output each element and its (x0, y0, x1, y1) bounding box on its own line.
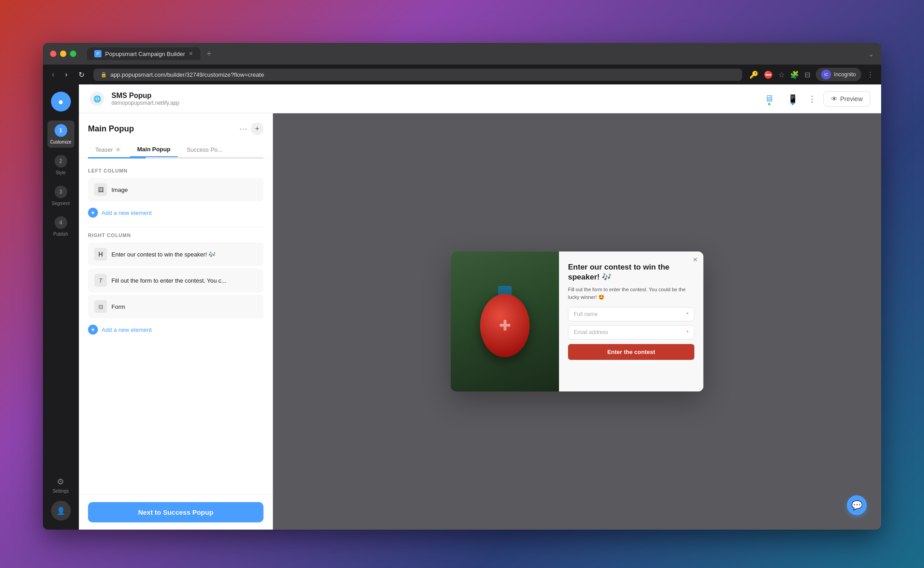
full-name-placeholder: Full name (574, 311, 598, 317)
user-icon: 👤 (56, 507, 65, 515)
element-text[interactable]: T Fill out the form to enter the contest… (88, 269, 263, 292)
sidebar-item-publish[interactable]: 4 Publish (47, 213, 74, 240)
panel-actions: ⋯ + (239, 122, 263, 135)
maximize-button[interactable] (70, 51, 76, 57)
teaser-tab-label: Teaser (95, 146, 113, 153)
form-element-label: Form (111, 303, 125, 310)
extension-icon[interactable]: 🧩 (790, 70, 799, 79)
no-image-icon[interactable]: ⛔ (764, 70, 773, 79)
customize-label: Customize (50, 140, 71, 144)
tab-teaser[interactable]: Teaser 👁 (88, 142, 128, 157)
sidebar-item-style[interactable]: 2 Style (47, 151, 74, 178)
speaker-cross-icon: ✚ (499, 317, 511, 334)
element-heading[interactable]: H Enter our contest to win the speaker! … (88, 242, 263, 266)
form-element-icon: ⊟ (94, 300, 107, 313)
image-element-label: Image (111, 186, 128, 193)
desktop-view-button[interactable]: 🖥 (761, 91, 777, 107)
campaign-url: demopopupsmart.netlify.app (111, 100, 754, 106)
header-more-button[interactable]: ⋮ (808, 94, 816, 104)
app-header: 🌐 SMS Popup demopopupsmart.netlify.app 🖥… (79, 84, 881, 113)
new-tab-button[interactable]: + (204, 49, 214, 59)
mobile-view-button[interactable]: 📱 (785, 91, 801, 107)
panel-more-button[interactable]: ⋯ (239, 124, 247, 134)
header-actions: 🖥 📱 ⋮ 👁 Preview (761, 91, 870, 107)
panel-add-button[interactable]: + (251, 122, 263, 135)
add-element-left-icon: + (88, 208, 98, 218)
sidebar: ● 1 Customize 2 Style 3 Segment 4 Publis… (43, 84, 79, 530)
title-bar: P Popupsmart Campaign Builder ✕ + ⌄ (43, 43, 881, 65)
reload-button[interactable]: ↻ (77, 69, 86, 81)
speaker-cap (498, 286, 512, 295)
address-actions: 🔑 ⛔ ☆ 🧩 ⊟ IC Incognito ⋮ (749, 68, 874, 81)
address-input[interactable]: 🔒 app.popupsmart.com/builder/32749/custo… (93, 69, 743, 81)
tab-indicator-fill (88, 157, 146, 158)
header-info: SMS Popup demopopupsmart.netlify.app (111, 92, 754, 106)
right-column-label: RIGHT COLUMN (88, 233, 263, 238)
minimize-button[interactable] (60, 51, 66, 57)
settings-label: Settings (52, 489, 69, 494)
chat-bubble-button[interactable]: 💬 (847, 495, 867, 515)
tab-close-button[interactable]: ✕ (189, 51, 193, 57)
add-element-right[interactable]: + Add a new element (88, 321, 263, 338)
campaign-title: SMS Popup (111, 92, 754, 100)
popup-right-column: ✕ Enter our contest to win the speaker! … (559, 251, 703, 391)
sidebar-icon-button[interactable]: 👤 (51, 501, 71, 521)
style-label: Style (55, 170, 65, 175)
mobile-icon: 📱 (788, 94, 798, 104)
sidebar-toggle-icon[interactable]: ⊟ (804, 70, 810, 79)
star-icon[interactable]: ☆ (778, 70, 785, 79)
image-element-icon: 🖼 (94, 183, 107, 196)
gear-icon: ⚙ (57, 477, 64, 487)
publish-label: Publish (53, 232, 68, 237)
add-element-left[interactable]: + Add a new element (88, 204, 263, 221)
content-area: Main Popup ⋯ + Teaser 👁 Main Popup (79, 113, 881, 530)
address-text: app.popupsmart.com/builder/32749/customi… (111, 71, 264, 78)
active-device-indicator (768, 103, 771, 105)
sidebar-bottom: ⚙ Settings 👤 (51, 473, 71, 522)
teaser-visibility-icon[interactable]: 👁 (116, 147, 121, 153)
panel-footer: Next to Success Popup (79, 494, 273, 530)
traffic-lights (50, 51, 76, 57)
lock-icon: 🔒 (101, 72, 107, 78)
back-button[interactable]: ‹ (50, 69, 56, 80)
email-field[interactable]: Email address * (568, 325, 694, 340)
element-image[interactable]: 🖼 Image (88, 178, 263, 201)
app-logo[interactable]: ● (51, 92, 71, 112)
speaker-body: ✚ (480, 294, 530, 357)
panel-title-row: Main Popup ⋯ + (88, 122, 263, 135)
left-column-label: LEFT COLUMN (88, 168, 263, 173)
profile-button[interactable]: IC Incognito (816, 68, 861, 81)
full-name-field[interactable]: Full name * (568, 307, 694, 321)
avatar: IC (821, 70, 831, 79)
email-placeholder: Email address (574, 329, 608, 335)
eye-icon: 👁 (831, 95, 837, 102)
panel-body: LEFT COLUMN 🖼 Image + Add a new element … (79, 159, 273, 494)
next-button[interactable]: Next to Success Popup (88, 502, 263, 522)
full-name-required: * (687, 312, 688, 317)
active-tab[interactable]: P Popupsmart Campaign Builder ✕ (87, 47, 200, 60)
text-element-label: Fill out the form to enter the contest. … (111, 277, 226, 284)
address-bar: ‹ › ↻ 🔒 app.popupsmart.com/builder/32749… (43, 65, 881, 84)
preview-canvas: ✚ ✕ Enter our contest to win the speaker… (273, 113, 881, 530)
preview-button[interactable]: 👁 Preview (823, 91, 870, 107)
close-button[interactable] (50, 51, 56, 57)
sidebar-item-settings[interactable]: ⚙ Settings (52, 473, 69, 497)
popup-description: Fill out the form to enter the contest. … (568, 286, 694, 301)
heading-element-label: Enter our contest to win the speaker! 🎶 (111, 251, 216, 258)
sidebar-item-customize[interactable]: 1 Customize (47, 121, 74, 148)
tab-list-chevron[interactable]: ⌄ (868, 50, 874, 58)
forward-button[interactable]: › (63, 69, 69, 80)
element-form[interactable]: ⊟ Form (88, 295, 263, 318)
email-required: * (687, 330, 688, 335)
key-icon[interactable]: 🔑 (749, 70, 758, 79)
customize-step-number: 1 (55, 124, 67, 137)
more-options-icon[interactable]: ⋮ (867, 70, 874, 79)
sidebar-item-segment[interactable]: 3 Segment (47, 182, 74, 209)
add-element-right-label: Add a new element (102, 326, 152, 333)
add-element-left-label: Add a new element (102, 210, 152, 216)
tab-main-popup[interactable]: Main Popup (130, 142, 178, 157)
speaker-visual: ✚ (480, 286, 530, 357)
tab-success-popup[interactable]: Success Po... (180, 142, 230, 157)
popup-close-button[interactable]: ✕ (693, 256, 698, 263)
submit-button[interactable]: Enter the contest (568, 344, 694, 360)
